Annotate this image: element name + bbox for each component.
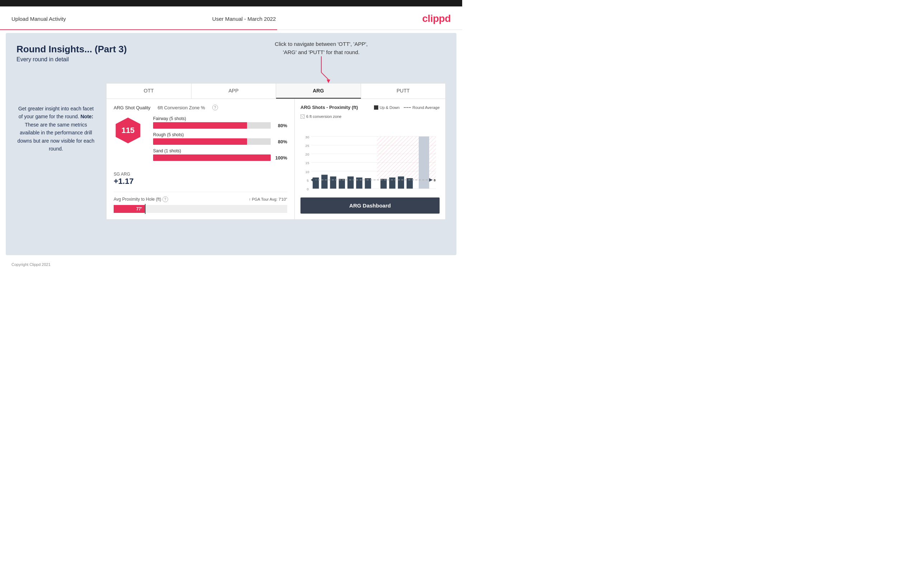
arg-dashboard-button[interactable]: ARG Dashboard xyxy=(300,197,439,214)
svg-line-1 xyxy=(321,73,328,79)
chart-area: 0 5 10 15 20 25 30 xyxy=(300,121,439,195)
legend-item-round-avg: Round Average xyxy=(404,105,439,110)
tab-ott[interactable]: OTT xyxy=(107,84,191,98)
left-description: Get greater insight into each facet of y… xyxy=(16,105,95,153)
upload-manual-activity-link[interactable]: Upload Manual Activity xyxy=(11,16,66,22)
legend-label-6ft: 6 ft conversion zone xyxy=(306,114,341,119)
svg-marker-2 xyxy=(326,79,330,83)
svg-rect-20 xyxy=(419,137,429,189)
proximity-bar-container: 77' xyxy=(114,205,287,213)
legend-item-6ft: 6 ft conversion zone xyxy=(300,114,439,119)
dashboard-card: OTT APP ARG PUTT ARG Shot Quality 6ft Co… xyxy=(106,83,446,220)
note-bold: Note: xyxy=(80,114,93,119)
bar-fill-fairway xyxy=(153,122,247,129)
svg-text:25: 25 xyxy=(305,144,309,148)
bar-row-sand: Sand (1 shots) 100% xyxy=(153,148,287,161)
hex-score: 115 xyxy=(121,126,135,135)
svg-text:8: 8 xyxy=(434,178,436,182)
proximity-bar-track: 77' xyxy=(114,205,287,213)
proximity-cursor xyxy=(145,204,145,214)
legend-item-updown: Up & Down xyxy=(374,105,400,110)
legend-label-round-avg: Round Average xyxy=(412,105,439,110)
right-panel: ARG Shots - Proximity (ft) Up & Down Rou… xyxy=(295,99,445,219)
svg-text:30: 30 xyxy=(305,135,309,139)
proximity-label: Avg Proximity to Hole (ft) ? xyxy=(114,197,168,202)
proximity-section: Avg Proximity to Hole (ft) ? ↑ PGA Tour … xyxy=(114,192,287,213)
right-panel-title: ARG Shots - Proximity (ft) xyxy=(300,105,358,110)
top-bar xyxy=(0,0,462,6)
panel-header-title: ARG Shot Quality xyxy=(114,105,150,110)
bar-fill-rough xyxy=(153,139,247,145)
svg-text:5: 5 xyxy=(307,179,309,182)
legend-square-icon xyxy=(374,105,378,110)
header-divider xyxy=(0,29,462,30)
footer: Copyright Clippd 2021 xyxy=(0,258,462,271)
right-panel-header: ARG Shots - Proximity (ft) Up & Down Rou… xyxy=(300,105,439,110)
sg-value: +1.17 xyxy=(114,177,287,186)
proximity-header: Avg Proximity to Hole (ft) ? ↑ PGA Tour … xyxy=(114,197,287,202)
bar-row-fairway: Fairway (5 shots) 80% xyxy=(153,116,287,129)
svg-text:0: 0 xyxy=(307,187,309,191)
sg-label: SG ARG xyxy=(114,172,287,177)
hexagon-wrap: 115 xyxy=(114,116,142,145)
card-body: ARG Shot Quality 6ft Conversion Zone % ?… xyxy=(107,99,445,219)
bar-track-sand xyxy=(153,155,271,161)
clippd-logo: clippd xyxy=(422,13,451,24)
svg-rect-25 xyxy=(347,176,354,189)
bar-label-sand: Sand (1 shots) xyxy=(153,148,287,153)
proximity-value: 77' xyxy=(136,206,142,211)
arg-chart-svg: 0 5 10 15 20 25 30 xyxy=(300,121,439,193)
bar-container-sand: 100% xyxy=(153,155,287,161)
left-panel: ARG Shot Quality 6ft Conversion Zone % ?… xyxy=(107,99,295,219)
help-icon[interactable]: ? xyxy=(212,105,218,110)
bar-label-fairway: Fairway (5 shots) xyxy=(153,116,287,121)
page-subtitle: Every round in detail xyxy=(16,56,446,63)
copyright-text: Copyright Clippd 2021 xyxy=(11,262,50,267)
bar-pct-sand: 100% xyxy=(274,155,287,161)
bar-track-fairway xyxy=(153,122,271,129)
legend-hatched-icon xyxy=(300,114,305,119)
bar-container-fairway: 80% xyxy=(153,122,287,129)
page-title: Round Insights... (Part 3) xyxy=(16,44,446,55)
svg-rect-28 xyxy=(380,179,386,189)
bar-pct-fairway: 80% xyxy=(274,123,287,128)
panel-header: ARG Shot Quality 6ft Conversion Zone % ? xyxy=(114,105,287,110)
tab-arg[interactable]: ARG xyxy=(276,84,361,98)
tab-putt[interactable]: PUTT xyxy=(361,84,446,98)
bar-track-rough xyxy=(153,139,271,145)
svg-text:10: 10 xyxy=(305,170,309,174)
svg-rect-30 xyxy=(398,176,404,189)
legend-dashed-icon xyxy=(404,107,411,108)
legend-label-updown: Up & Down xyxy=(380,105,400,110)
pga-avg: ↑ PGA Tour Avg: 7'10" xyxy=(249,197,287,201)
bar-pct-rough: 80% xyxy=(274,139,287,144)
header-center-title: User Manual - March 2022 xyxy=(212,16,276,22)
svg-rect-26 xyxy=(356,177,362,189)
score-section: 115 Fairway (5 shots) 80% xyxy=(114,116,287,164)
svg-rect-24 xyxy=(339,179,345,189)
svg-rect-23 xyxy=(330,176,336,189)
main-content: Round Insights... (Part 3) Every round i… xyxy=(6,33,456,255)
panel-header-sub: 6ft Conversion Zone % xyxy=(158,105,205,110)
bar-fill-sand xyxy=(153,155,271,161)
tabs-row: OTT APP ARG PUTT xyxy=(107,84,445,99)
tab-app[interactable]: APP xyxy=(191,84,276,98)
svg-text:20: 20 xyxy=(305,152,309,156)
proximity-help-icon[interactable]: ? xyxy=(162,197,168,202)
svg-rect-22 xyxy=(321,175,327,189)
legend: Up & Down Round Average xyxy=(374,105,439,110)
header: Upload Manual Activity User Manual - Mar… xyxy=(0,6,462,29)
bar-container-rough: 80% xyxy=(153,139,287,145)
sg-section: SG ARG +1.17 xyxy=(114,172,287,186)
svg-text:15: 15 xyxy=(305,161,309,165)
hexagon: 115 xyxy=(114,116,142,145)
svg-rect-29 xyxy=(389,177,395,189)
bar-label-rough: Rough (5 shots) xyxy=(153,132,287,137)
bars-section: Fairway (5 shots) 80% Rough (5 shots) xyxy=(153,116,287,164)
bar-row-rough: Rough (5 shots) 80% xyxy=(153,132,287,145)
